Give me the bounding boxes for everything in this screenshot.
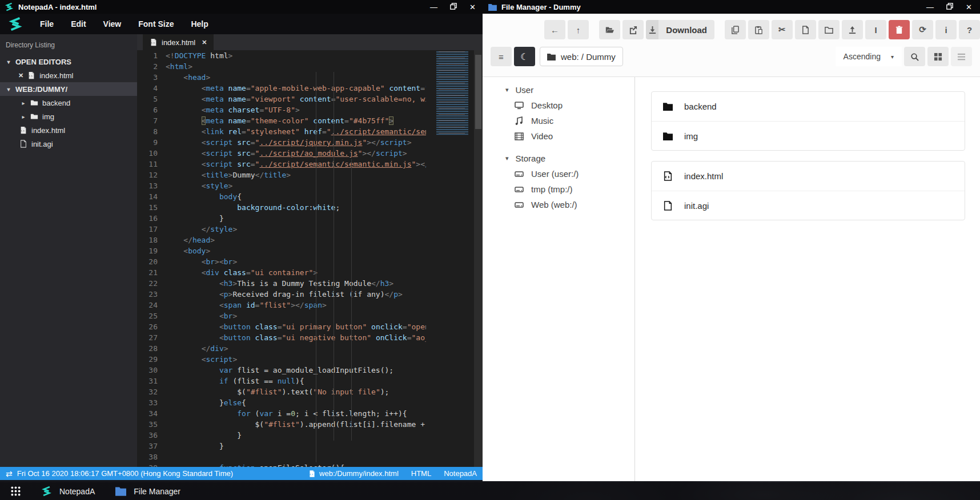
code-line[interactable]: 2<html> [137,61,483,72]
code-line[interactable]: 16 } [137,213,483,224]
download-button[interactable]: Download [646,20,714,39]
code-minimap[interactable] [434,51,473,136]
code-line[interactable]: 17 </style> [137,224,483,235]
code-line[interactable]: 24 <span id="flist"></span> [137,300,483,311]
scrollbar-thumb[interactable] [475,55,481,129]
code-line[interactable]: 36 } [137,430,483,441]
code-line[interactable]: 27 <button class="ui negative button" on… [137,332,483,343]
menu-file[interactable]: File [40,19,54,29]
refresh-button[interactable]: ⟳ [912,20,933,39]
menu-edit[interactable]: Edit [71,19,86,29]
code-line[interactable]: 9 <script src="../script/jquery.min.js">… [137,137,483,148]
code-line[interactable]: 8 <link rel="stylesheet" href="../script… [137,126,483,137]
code-line[interactable]: 30 var flist = ao_module_loadInputFiles(… [137,365,483,376]
tree-item-index-html[interactable]: index.html [0,123,137,137]
code-line[interactable]: 35 $("#flist").append(flist[i].filename … [137,419,483,430]
info-button[interactable]: i [935,20,957,39]
file-row-img[interactable]: img [652,121,965,150]
new-file-button[interactable] [795,20,816,39]
file-row-backend[interactable]: backend [652,92,965,121]
rename-button[interactable]: I [865,20,886,39]
tree-item-img[interactable]: ▸ img [0,110,137,123]
sidebar-section-user[interactable]: ▾ User [483,82,634,98]
code-line[interactable]: 12 <title>Dummy</title> [137,170,483,180]
tab-close-icon[interactable]: ✕ [202,39,207,46]
code-line[interactable]: 23 <p>Received drag-in filelist (if any)… [137,289,483,300]
workspace-root[interactable]: ▾ WEB:/DUMMY/ [0,82,137,96]
code-line[interactable]: 1<!DOCTYPE html> [137,50,483,61]
sidebar-item-video[interactable]: Video [483,128,634,144]
notepada-titlebar[interactable]: NotepadA - index.html — ✕ [0,0,483,14]
code-line[interactable]: 20 <br><br> [137,256,483,267]
sidebar-item-tmp-drive[interactable]: tmp (tmp:/) [483,182,634,197]
code-line[interactable]: 11 <script src="../script/semantic/seman… [137,159,483,170]
menu-view[interactable]: View [103,19,122,29]
minimize-button[interactable]: — [926,3,934,11]
paste-button[interactable] [748,20,769,39]
code-line[interactable]: 32 $("#flist").text("No input file"); [137,386,483,397]
dark-mode-toggle[interactable]: ☾ [514,47,535,66]
new-folder-button[interactable] [818,20,840,39]
file-row-init-agi[interactable]: init.agi [652,191,965,220]
restore-button[interactable] [450,3,457,11]
code-line[interactable]: 19 <body> [137,245,483,256]
code-line[interactable]: 37 } [137,441,483,451]
code-line[interactable]: 10 <script src="../script/ao_module.js">… [137,148,483,159]
open-editors-section[interactable]: ▾ OPEN EDITORS [0,55,137,68]
list-view-button[interactable] [951,47,972,66]
delete-button[interactable] [889,20,910,39]
sidebar-section-storage[interactable]: ▾ Storage [483,151,634,166]
open-button[interactable] [599,20,620,39]
file-row-index-html[interactable]: index.html [652,162,965,191]
close-button[interactable]: ✕ [966,3,972,11]
tab-index-html[interactable]: index.html ✕ [143,34,214,50]
code-line[interactable]: 18 </head> [137,235,483,245]
help-button[interactable]: ? [959,20,980,39]
code-line[interactable]: 31 if (flist == null){ [137,376,483,386]
code-line[interactable]: 38 [137,451,483,462]
taskbar-item-file-manager[interactable]: File Manager [105,482,191,500]
editor-scrollbar[interactable] [474,50,483,467]
sidebar-item-user-drive[interactable]: User (user:/) [483,166,634,182]
tree-item-backend[interactable]: ▸ backend [0,96,137,110]
code-line[interactable]: 6 <meta charset="UTF-8"> [137,104,483,115]
menu-font-size[interactable]: Font Size [138,19,174,29]
menu-button[interactable]: ≡ [491,47,512,66]
code-line[interactable]: 39 function openFileSelector(){ [137,462,483,467]
minimize-button[interactable]: — [430,3,437,11]
code-line[interactable]: 4 <meta name="apple-mobile-web-app-capab… [137,83,483,94]
file-manager-titlebar[interactable]: File Manager - Dummy — ✕ [483,0,980,14]
code-line[interactable]: 33 }else{ [137,397,483,408]
code-line[interactable]: 26 <button class="ui primary button" onc… [137,321,483,332]
restore-button[interactable] [946,3,953,11]
breadcrumb[interactable]: web: / Dummy [540,47,623,66]
code-line[interactable]: 13 <style> [137,180,483,191]
sidebar-item-desktop[interactable]: Desktop [483,98,634,113]
close-button[interactable]: ✕ [469,3,476,11]
back-button[interactable]: ← [544,20,565,39]
copy-button[interactable] [725,20,746,39]
code-line[interactable]: 21 <div class="ui container"> [137,267,483,278]
statusbar-file[interactable]: web:/Dummy/index.html [308,469,399,478]
code-line[interactable]: 15 background-color:white; [137,202,483,213]
sort-order-select[interactable]: Ascending ▾ [836,47,902,66]
code-editor[interactable]: 1<!DOCTYPE html>2<html>3 <head>4 <meta n… [137,50,483,467]
cut-button[interactable]: ✂ [772,20,793,39]
code-line[interactable]: 7 <meta name="theme-color" content="#4b7… [137,115,483,126]
code-line[interactable]: 3 <head> [137,72,483,83]
code-line[interactable]: 5 <meta name="viewport" content="user-sc… [137,94,483,104]
statusbar-language[interactable]: HTML [411,469,431,478]
tree-item-init-agi[interactable]: init.agi [0,137,137,151]
grid-view-button[interactable] [927,47,949,66]
code-line[interactable]: 25 <br> [137,311,483,321]
up-button[interactable]: ↑ [568,20,589,39]
sidebar-item-web-drive[interactable]: Web (web:/) [483,197,634,212]
open-editor-index-html[interactable]: ✕ index.html [0,68,137,82]
code-line[interactable]: 28 </div> [137,343,483,354]
search-button[interactable] [904,47,925,66]
sidebar-item-music[interactable]: Music [483,113,634,128]
code-line[interactable]: 29 <script> [137,354,483,365]
open-external-button[interactable] [622,20,644,39]
code-line[interactable]: 34 for (var i =0; i < flist.length; i++)… [137,408,483,419]
menu-help[interactable]: Help [191,19,208,29]
